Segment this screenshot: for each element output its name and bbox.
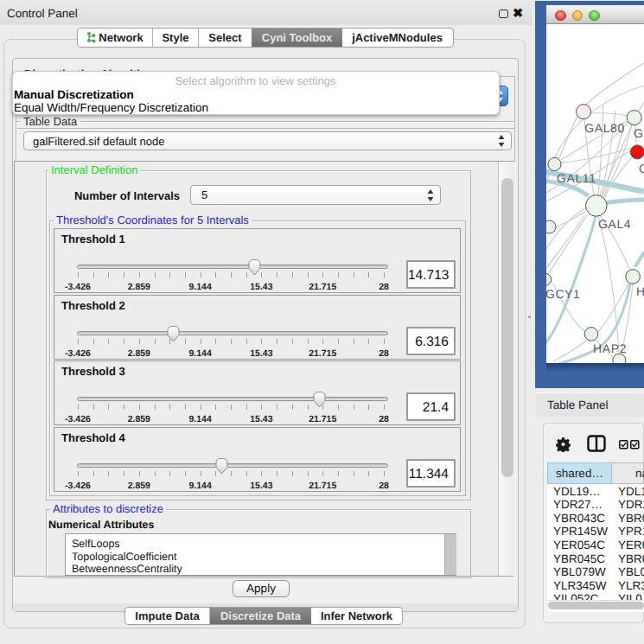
svg-text:HAP2: HAP2 (593, 341, 627, 355)
svg-text:GCY1: GCY1 (546, 287, 580, 301)
svg-text:CY: CY (639, 162, 644, 175)
svg-text:GAL80: GAL80 (584, 121, 625, 135)
svg-text:GA: GA (634, 126, 644, 140)
svg-text:GAL11: GAL11 (557, 171, 596, 185)
svg-text:HI: HI (636, 284, 644, 298)
svg-text:GAL4: GAL4 (598, 217, 631, 231)
